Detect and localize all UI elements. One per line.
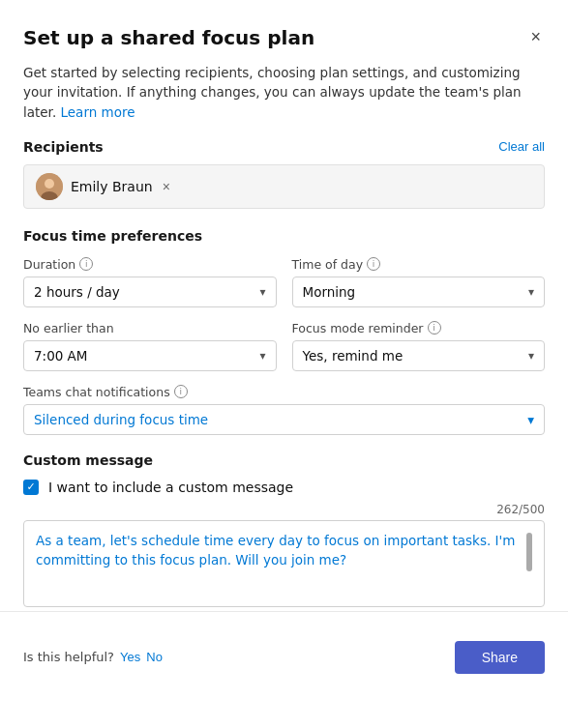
recipients-label: Recipients bbox=[23, 139, 104, 155]
duration-chevron-icon: ▾ bbox=[259, 285, 265, 299]
custom-message-title: Custom message bbox=[23, 452, 545, 468]
teams-chat-chevron-icon: ▾ bbox=[527, 412, 534, 427]
custom-message-checkbox-row: ✓ I want to include a custom message bbox=[23, 480, 545, 495]
message-text: As a team, let's schedule time every day… bbox=[36, 531, 519, 597]
close-button[interactable]: × bbox=[526, 23, 545, 51]
share-button[interactable]: Share bbox=[455, 641, 545, 674]
focus-reminder-value: Yes, remind me bbox=[303, 348, 404, 364]
recipients-section-header: Recipients Clear all bbox=[23, 139, 545, 155]
focus-reminder-pref: Focus mode reminder i Yes, remind me ▾ bbox=[292, 321, 546, 371]
time-of-day-select[interactable]: Morning ▾ bbox=[292, 277, 546, 307]
message-text-part2: Will you join me? bbox=[235, 552, 346, 568]
teams-chat-pref: Teams chat notifications i Silenced duri… bbox=[23, 385, 545, 435]
footer-divider bbox=[0, 611, 568, 612]
no-earlier-label: No earlier than bbox=[23, 321, 277, 335]
custom-message-checkbox[interactable]: ✓ bbox=[23, 480, 39, 495]
message-box[interactable]: As a team, let's schedule time every day… bbox=[23, 520, 545, 607]
modal-header: Set up a shared focus plan × bbox=[23, 23, 545, 51]
checkmark-icon: ✓ bbox=[26, 480, 35, 493]
helpful-row: Is this helpful? Yes No bbox=[23, 650, 163, 664]
prefs-grid: Duration i 2 hours / day ▾ Time of day i… bbox=[23, 257, 545, 371]
time-of-day-label: Time of day i bbox=[292, 257, 546, 272]
custom-message-section: Custom message ✓ I want to include a cus… bbox=[23, 452, 545, 607]
avatar bbox=[36, 173, 63, 200]
duration-pref: Duration i 2 hours / day ▾ bbox=[23, 257, 277, 307]
focus-reminder-info-icon: i bbox=[428, 321, 441, 335]
custom-message-checkbox-label: I want to include a custom message bbox=[48, 480, 293, 495]
modal-title: Set up a shared focus plan bbox=[23, 26, 314, 49]
teams-chat-select[interactable]: Silenced during focus time ▾ bbox=[23, 404, 545, 435]
teams-chat-label: Teams chat notifications i bbox=[23, 385, 545, 399]
no-earlier-select[interactable]: 7:00 AM ▾ bbox=[23, 340, 277, 371]
avatar-svg bbox=[36, 173, 63, 200]
modal-description: Get started by selecting recipients, cho… bbox=[23, 63, 545, 122]
focus-reminder-label: Focus mode reminder i bbox=[292, 321, 546, 335]
modal-footer: Is this helpful? Yes No Share bbox=[23, 626, 545, 693]
no-earlier-chevron-icon: ▾ bbox=[259, 349, 265, 363]
duration-info-icon: i bbox=[79, 257, 93, 271]
helpful-label: Is this helpful? bbox=[23, 650, 114, 664]
learn-more-link[interactable]: Learn more bbox=[61, 104, 135, 120]
focus-prefs-title: Focus time preferences bbox=[23, 228, 545, 244]
clear-all-button[interactable]: Clear all bbox=[498, 139, 545, 154]
recipient-name: Emily Braun bbox=[71, 179, 153, 194]
no-earlier-value: 7:00 AM bbox=[34, 348, 88, 364]
char-count: 262/500 bbox=[23, 503, 545, 516]
no-earlier-pref: No earlier than 7:00 AM ▾ bbox=[23, 321, 277, 371]
duration-label: Duration i bbox=[23, 257, 277, 272]
time-of-day-pref: Time of day i Morning ▾ bbox=[292, 257, 546, 307]
time-of-day-info-icon: i bbox=[367, 257, 380, 271]
helpful-no-button[interactable]: No bbox=[146, 650, 163, 664]
recipient-remove-button[interactable]: × bbox=[163, 179, 170, 194]
time-of-day-value: Morning bbox=[303, 284, 356, 300]
duration-value: 2 hours / day bbox=[34, 284, 120, 300]
svg-point-1 bbox=[45, 179, 54, 189]
teams-chat-info-icon: i bbox=[174, 385, 188, 398]
duration-select[interactable]: 2 hours / day ▾ bbox=[23, 277, 277, 307]
teams-chat-value: Silenced during focus time bbox=[34, 412, 208, 427]
modal: Set up a shared focus plan × Get started… bbox=[0, 0, 568, 728]
focus-reminder-chevron-icon: ▾ bbox=[528, 349, 534, 363]
helpful-yes-button[interactable]: Yes bbox=[120, 650, 140, 664]
scrollbar-thumb[interactable] bbox=[526, 533, 532, 571]
time-of-day-chevron-icon: ▾ bbox=[528, 285, 534, 299]
recipients-box: Emily Braun × bbox=[23, 164, 545, 209]
focus-reminder-select[interactable]: Yes, remind me ▾ bbox=[292, 340, 546, 371]
